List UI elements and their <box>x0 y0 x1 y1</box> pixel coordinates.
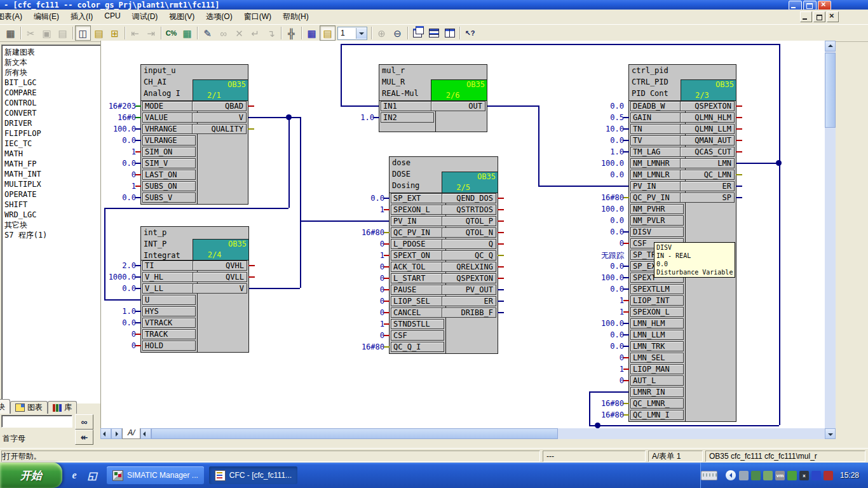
output-connector-Q[interactable]: Q <box>442 239 496 249</box>
output-connector-QSPEXTON[interactable]: QSPEXTON <box>442 273 496 283</box>
sheet-view-button[interactable]: ▤ <box>320 25 336 41</box>
partition-view-button[interactable]: ▤ <box>91 25 107 41</box>
task-badge[interactable]: OB352/4 <box>193 239 249 261</box>
pen-button[interactable]: ✎ <box>200 25 215 41</box>
input-connector-AUT_L[interactable]: AUT_L <box>630 376 684 386</box>
context-help-button[interactable]: ↖? <box>462 25 478 41</box>
catalog-item-9[interactable]: IEC_TC <box>4 139 101 149</box>
output-connector-QSTRTDOS[interactable]: QSTRTDOS <box>442 205 496 215</box>
input-connector-VLRANGE[interactable]: VLRANGE <box>142 135 196 146</box>
input-connector-IN2[interactable]: IN2 <box>381 112 434 123</box>
input-value[interactable]: 0.0 <box>100 318 136 327</box>
output-connector-DRIBB_F[interactable]: DRIBB_F <box>442 308 496 318</box>
test-mode-button[interactable]: C% <box>163 25 179 41</box>
input-connector-VTRACK[interactable]: VTRACK <box>142 318 196 328</box>
block-input_u[interactable]: input_uCH_AIAnalog IOB352/1MODE16#203VAL… <box>140 64 248 205</box>
input-value[interactable]: 100.0 <box>581 205 624 214</box>
input-value[interactable]: 0 <box>341 240 384 248</box>
input-value[interactable]: 0 <box>341 262 384 271</box>
horizontal-scroll-thumb[interactable] <box>151 428 558 439</box>
catalog-item-5[interactable]: CONTROL <box>4 98 101 108</box>
output-connector-PV_OUT[interactable]: PV_OUT <box>442 285 496 295</box>
catalog-item-2[interactable]: 所有块 <box>4 67 101 78</box>
task-badge[interactable]: OB352/3 <box>681 79 736 101</box>
taskbar-button-cfc[interactable]: CFC - [cfc_fc111... <box>209 466 297 484</box>
input-connector-QC_LMN_I[interactable]: QC_LMN_I <box>630 410 684 420</box>
input-value[interactable]: 0.0 <box>100 159 136 168</box>
sheet-number-select[interactable]: 1 <box>337 27 367 40</box>
input-value[interactable]: 0 <box>341 331 384 340</box>
input-connector-SPEXTLLM[interactable]: SPEXTLLM <box>630 284 684 294</box>
input-value[interactable]: 0 <box>100 341 136 350</box>
chart-colors-button[interactable]: ▦ <box>179 25 195 41</box>
block-mul_r[interactable]: mul_rMUL_RREAL-MulOB352/6IN1IN21.0OUT <box>379 64 487 132</box>
input-connector-CSF[interactable]: CSF <box>391 330 444 341</box>
input-value[interactable]: 0 <box>341 308 384 317</box>
input-connector-LMNR_IN[interactable]: LMNR_IN <box>630 387 684 397</box>
ie-quicklaunch-icon[interactable]: e <box>69 470 80 481</box>
output-connector-ER[interactable]: ER <box>442 296 496 306</box>
input-value[interactable]: 0.0 <box>581 102 624 111</box>
output-connector-QLMN_HLM[interactable]: QLMN_HLM <box>680 112 735 123</box>
input-connector-SPEXON_L[interactable]: SPEXON_L <box>630 307 684 317</box>
input-value[interactable]: 0.0 <box>341 194 384 203</box>
input-value[interactable]: 16#80 <box>341 228 384 237</box>
catalog-item-16[interactable]: WRD_LGC <box>4 210 101 220</box>
menu-item-2[interactable]: 插入(I) <box>65 10 98 24</box>
input-value[interactable]: 1 <box>581 308 624 316</box>
tray-network-icon[interactable] <box>739 471 749 480</box>
hide-icons-button[interactable] <box>726 470 736 480</box>
input-value[interactable]: 0.0 <box>581 170 624 179</box>
tray-shield-icon[interactable] <box>787 471 797 480</box>
catalog-item-10[interactable]: MATH <box>4 149 101 159</box>
sheet-tab[interactable]: A/ <box>122 428 140 439</box>
tray-app2-icon[interactable] <box>824 471 833 480</box>
input-value[interactable]: 10.0 <box>581 125 624 133</box>
tray-tool-icon[interactable]: x <box>799 471 809 480</box>
menu-item-3[interactable]: CPU <box>98 10 126 24</box>
catalog-item-11[interactable]: MATH_FP <box>4 159 101 169</box>
output-connector-V[interactable]: V <box>192 112 247 123</box>
catalog-search-input[interactable] <box>1 415 72 428</box>
input-connector-HYS[interactable]: HYS <box>142 306 196 316</box>
catalog-item-12[interactable]: MATH_INT <box>4 169 101 179</box>
catalog-item-8[interactable]: FLIPFLOP <box>4 128 101 139</box>
desktop-quicklaunch-icon[interactable]: ◱ <box>86 470 98 481</box>
output-connector-LMN[interactable]: LMN <box>680 158 735 168</box>
input-value[interactable]: 2.0 <box>100 261 136 270</box>
input-value[interactable]: 16#80 <box>581 193 624 202</box>
output-connector-QCAS_CUT[interactable]: QCAS_CUT <box>680 147 735 157</box>
output-connector-QC_Q[interactable]: QC_Q <box>442 250 496 261</box>
input-value[interactable]: 0 <box>341 285 384 294</box>
input-connector-SUBS_ON[interactable]: SUBS_ON <box>142 181 196 191</box>
block-int_p[interactable]: int_pINT_PIntegratOB352/4TI2.0V_HL1000.0… <box>140 226 249 353</box>
tab-charts[interactable]: 图表 <box>10 401 48 414</box>
vertical-scrollbar[interactable] <box>825 41 836 439</box>
start-button[interactable]: 开始 <box>0 463 62 488</box>
input-value[interactable]: 1 <box>100 182 136 191</box>
output-connector-QVHL[interactable]: QVHL <box>193 261 247 271</box>
input-connector-NM_PVHR[interactable]: NM_PVHR <box>630 204 684 214</box>
first-sheet-button[interactable] <box>100 428 111 439</box>
menu-item-4[interactable]: 调试(D) <box>126 10 164 24</box>
input-value[interactable]: 1 <box>100 147 136 156</box>
menu-item-5[interactable]: 视图(V) <box>163 10 200 24</box>
tray-app-icon[interactable] <box>811 471 821 480</box>
menu-item-7[interactable]: 窗口(W) <box>238 10 277 24</box>
horizontal-scroll-track[interactable] <box>558 428 825 439</box>
restore-button[interactable] <box>803 1 817 10</box>
catalog-item-13[interactable]: MULTIPLX <box>4 179 101 189</box>
input-connector-U[interactable]: U <box>142 295 196 305</box>
tile-horizontal-button[interactable] <box>426 25 442 41</box>
catalog-item-1[interactable]: 新文本 <box>4 57 101 67</box>
output-connector-SP[interactable]: SP <box>680 193 735 203</box>
input-value[interactable]: 1 <box>341 251 384 260</box>
input-value[interactable]: 0 <box>100 170 136 179</box>
menu-item-0[interactable]: 图表(A) <box>0 10 28 24</box>
input-value[interactable]: 100.0 <box>100 125 136 133</box>
keyboard-tray-icon[interactable] <box>701 471 717 480</box>
input-connector-HOLD[interactable]: HOLD <box>142 341 196 351</box>
output-connector-QBAD[interactable]: QBAD <box>192 101 247 111</box>
catalog-item-17[interactable]: 其它块 <box>4 220 101 230</box>
input-value[interactable]: 1 <box>581 365 624 374</box>
